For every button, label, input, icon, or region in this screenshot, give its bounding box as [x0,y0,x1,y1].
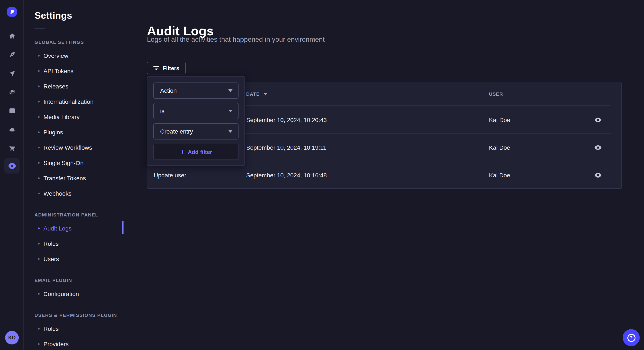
cart-icon[interactable] [4,140,20,156]
cell-user: Kai Doe [489,144,591,151]
avatar-initials: KD [8,335,16,341]
user-avatar[interactable]: KD [5,331,19,345]
question-mark-icon: ? [627,334,635,342]
cell-date: September 10, 2024, 10:19:11 [246,144,489,151]
sidebar-item-media-library[interactable]: Media Library [34,109,123,125]
media-library-icon[interactable] [4,84,20,100]
settings-sidebar: Settings GLOBAL SETTINGS Overview API To… [24,0,123,350]
sidebar-item-roles[interactable]: Roles [34,236,123,251]
sidebar-item-plugins[interactable]: Plugins [34,125,123,140]
cell-action: Update user [147,172,246,178]
view-details-button[interactable] [592,114,604,126]
sidebar-item-users[interactable]: Users [34,251,123,267]
bullet-icon [38,328,40,330]
sidebar-item-releases[interactable]: Releases [34,79,123,94]
filter-field-select[interactable]: Action [153,82,238,99]
filter-icon [153,66,159,70]
sidebar-item-internationalization[interactable]: Internationalization [34,94,123,109]
sidebar-item-up-roles[interactable]: Roles [34,321,123,336]
th-date[interactable]: DATE [246,91,489,97]
eye-icon [594,143,602,152]
bullet-icon [38,147,40,149]
sidebar-item-transfer-tokens[interactable]: Transfer Tokens [34,171,123,186]
bullet-icon [38,55,40,57]
sidebar-item-webhooks[interactable]: Webhooks [34,186,123,201]
sidebar-item-single-sign-on[interactable]: Single Sign-On [34,155,123,171]
chevron-down-icon [228,110,232,112]
filters-button-label: Filters [163,65,179,71]
sidebar-item-overview[interactable]: Overview [34,48,123,63]
add-filter-label: Add filter [188,149,212,155]
bullet-icon [38,293,40,295]
app-window: KD Settings GLOBAL SETTINGS Overview API… [0,0,644,350]
cell-date: September 10, 2024, 10:20:43 [246,116,489,123]
sidebar-item-configuration[interactable]: Configuration [34,286,123,302]
th-user-label: USER [489,91,503,97]
bullet-icon [38,177,40,179]
sidebar-item-audit-logs[interactable]: Audit Logs [34,221,123,236]
add-filter-button[interactable]: Add filter [153,144,238,160]
sort-desc-icon [263,93,267,95]
bullet-icon [38,116,40,118]
chevron-down-icon [228,89,232,92]
bullet-icon [38,227,40,229]
bullet-icon [38,243,40,245]
plus-icon [180,150,184,154]
filter-value-select[interactable]: Create entry [153,123,238,140]
filter-value-value: Create entry [160,128,193,135]
view-details-button[interactable] [592,141,604,153]
filter-popover: Action is Create entry Add filter [147,76,245,166]
bullet-icon [38,193,40,194]
sidebar-section-email-plugin: EMAIL PLUGIN [34,278,123,283]
rail-divider [0,24,24,24]
feather-icon[interactable] [4,47,20,62]
chevron-down-icon [228,130,232,133]
bullet-icon [38,258,40,260]
sidebar-item-api-tokens[interactable]: API Tokens [34,63,123,79]
bullet-icon [38,131,40,133]
strapi-logo-icon [9,9,15,15]
cell-date: September 10, 2024, 10:16:48 [246,172,489,178]
help-button[interactable]: ? [623,329,640,346]
bullet-icon [38,162,40,164]
page-subtitle: Logs of all the activities that happened… [147,36,324,43]
filter-field-value: Action [160,87,177,94]
sidebar-item-providers[interactable]: Providers [34,336,123,350]
bullet-icon [38,70,40,72]
home-icon[interactable] [4,28,20,43]
layout-icon[interactable] [4,103,20,118]
sidebar-item-review-workflows[interactable]: Review Workflows [34,140,123,155]
active-item-indicator [122,221,124,234]
cell-user: Kai Doe [489,172,591,178]
filter-operator-select[interactable]: is [153,103,238,119]
eye-icon [594,171,602,179]
th-date-label: DATE [246,91,260,97]
settings-title: Settings [34,10,123,21]
view-details-button[interactable] [592,169,604,181]
bullet-icon [38,85,40,87]
sidebar-section-global-settings: GLOBAL SETTINGS [34,39,123,45]
sidebar-section-users-permissions-plugin: USERS & PERMISSIONS PLUGIN [34,313,123,318]
settings-gear-icon[interactable] [4,158,20,174]
filter-operator-value: is [160,108,164,114]
bullet-icon [38,343,40,345]
settings-title-divider [34,28,45,28]
th-user: USER [489,91,591,97]
sidebar-section-administration-panel: ADMINISTRATION PANEL [34,212,123,217]
eye-icon [594,116,602,124]
paper-plane-icon[interactable] [4,65,20,81]
strapi-logo[interactable] [7,7,16,16]
cloud-icon[interactable] [4,122,20,137]
rail-divider [0,326,24,326]
bullet-icon [38,101,40,103]
cell-user: Kai Doe [489,116,591,123]
filters-button[interactable]: Filters [147,62,186,74]
main-nav-rail: KD [0,0,24,350]
